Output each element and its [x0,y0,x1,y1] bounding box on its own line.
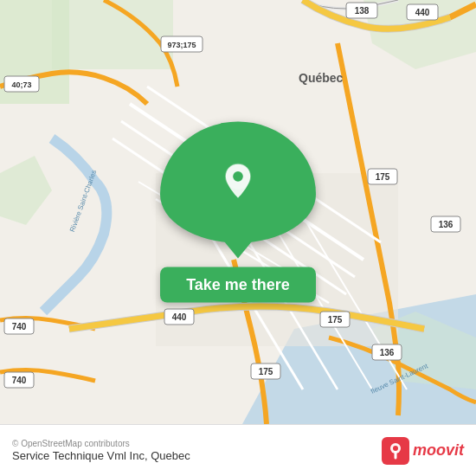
location-pin-icon [216,161,260,204]
svg-text:175: 175 [328,315,343,325]
bottom-left-info: © OpenStreetMap contributors Service Tec… [12,439,190,462]
svg-text:40;73: 40;73 [11,80,31,89]
copyright-text: © OpenStreetMap contributors [12,439,190,448]
svg-text:740: 740 [12,322,27,331]
svg-point-49 [393,446,398,451]
svg-text:136: 136 [380,348,395,357]
take-me-there-button[interactable]: Take me there [160,267,316,303]
svg-text:175: 175 [259,367,273,376]
bottom-bar: © OpenStreetMap contributors Service Tec… [0,424,476,476]
svg-text:136: 136 [439,220,453,229]
moovit-logo: moovit [382,437,464,465]
svg-text:138: 138 [355,6,370,16]
svg-text:440: 440 [172,312,187,322]
location-name: Service Technique Vml Inc, Quebec [12,449,190,462]
location-bubble [160,122,316,243]
moovit-icon [382,437,409,465]
take-me-there-overlay[interactable]: Take me there [160,122,316,303]
svg-text:973;175: 973;175 [167,41,196,49]
svg-point-46 [233,171,243,182]
map-container: 440 138 973;175 40;73 175 175 175 136 13… [0,0,476,424]
moovit-brand-text: moovit [413,441,464,460]
svg-text:Québec: Québec [299,71,344,85]
svg-text:740: 740 [12,376,27,385]
svg-text:175: 175 [376,172,390,182]
svg-text:440: 440 [415,8,430,17]
